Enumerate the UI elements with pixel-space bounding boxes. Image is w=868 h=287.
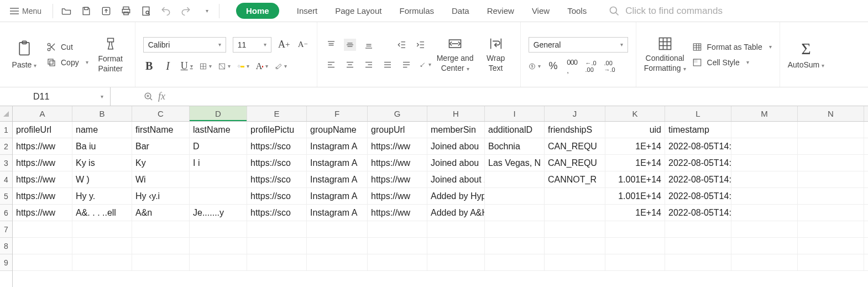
cell[interactable] [307, 221, 368, 237]
cell[interactable] [798, 188, 864, 204]
cell[interactable]: https://sco [247, 155, 307, 171]
row-header-7[interactable]: 7 [0, 221, 12, 238]
comma-style-icon[interactable]: 000, [566, 60, 578, 72]
cell[interactable] [798, 155, 864, 171]
cell[interactable] [190, 188, 247, 204]
decrease-font-icon[interactable]: A− [297, 39, 309, 51]
autosum-button[interactable]: Σ AutoSum [788, 39, 825, 70]
col-header-E[interactable]: E [247, 106, 307, 121]
cell[interactable] [190, 171, 247, 187]
col-header-M[interactable]: M [731, 106, 798, 121]
cell[interactable]: CAN_REQU [545, 155, 605, 171]
cell[interactable]: Hy y. [72, 188, 132, 204]
cell[interactable] [368, 221, 427, 237]
col-header-J[interactable]: J [545, 106, 605, 121]
cell[interactable] [427, 238, 485, 254]
align-middle-icon[interactable] [344, 39, 356, 51]
tab-insert[interactable]: Insert [297, 6, 318, 15]
cell[interactable] [731, 122, 798, 138]
cell[interactable] [13, 221, 72, 237]
cell[interactable] [307, 238, 368, 254]
percent-icon[interactable]: % [547, 60, 560, 72]
format-painter-button[interactable]: FormatPainter [94, 35, 127, 74]
cell[interactable]: https://ww [13, 171, 72, 187]
col-header-H[interactable]: H [427, 106, 485, 121]
conditional-formatting-button[interactable]: ConditionalFormatting [644, 36, 686, 73]
cell[interactable]: https://ww [13, 205, 72, 221]
tab-review[interactable]: Review [487, 6, 514, 15]
increase-font-icon[interactable]: A+ [278, 39, 290, 51]
cell[interactable] [485, 205, 545, 221]
cell[interactable]: 1E+14 [605, 138, 665, 154]
cell[interactable]: Wi [132, 171, 190, 187]
cell[interactable]: profilePictu [247, 122, 307, 138]
cell[interactable] [247, 238, 307, 254]
cell[interactable] [665, 254, 731, 270]
number-format-select[interactable]: General▾ [529, 37, 628, 53]
cell[interactable]: https://sco [247, 205, 307, 221]
cell[interactable]: https://ww [368, 138, 427, 154]
cell[interactable]: https://sco [247, 138, 307, 154]
decrease-indent-icon[interactable] [396, 39, 408, 51]
orientation-icon[interactable] [419, 59, 431, 71]
cell[interactable]: 2022-08-05T14:57:27.686Z [665, 188, 731, 204]
cell[interactable] [731, 205, 798, 221]
font-color-icon[interactable]: A [256, 60, 268, 72]
cell[interactable] [307, 254, 368, 270]
cell[interactable]: 2022-08-05T14:57:27.686Z [665, 138, 731, 154]
cell[interactable]: Instagram A [307, 171, 368, 187]
cell[interactable] [798, 138, 864, 154]
cell[interactable]: Instagram A [307, 138, 368, 154]
cell[interactable] [190, 221, 247, 237]
align-left-icon[interactable] [325, 59, 337, 71]
cell[interactable]: I i [190, 155, 247, 171]
col-header-L[interactable]: L [665, 106, 731, 121]
cell-style-quick-icon[interactable] [218, 60, 231, 72]
cell[interactable] [731, 221, 798, 237]
cell[interactable]: CAN_REQU [545, 138, 605, 154]
print-icon[interactable] [118, 3, 134, 19]
italic-icon[interactable]: I [162, 60, 174, 72]
cell[interactable] [545, 254, 605, 270]
cell[interactable] [132, 221, 190, 237]
cell[interactable]: firstName [132, 122, 190, 138]
cell[interactable]: Instagram A [307, 188, 368, 204]
cell[interactable]: Joined abou [427, 138, 485, 154]
save-icon[interactable] [79, 3, 94, 19]
cell[interactable] [798, 171, 864, 187]
cell[interactable] [368, 254, 427, 270]
cell[interactable]: Hy ‹y.i [132, 188, 190, 204]
cell[interactable]: https://ww [13, 188, 72, 204]
col-header-N[interactable]: N [798, 106, 864, 121]
cell[interactable] [798, 205, 864, 221]
cell[interactable]: 2022-08-05T14:57:27.686Z [665, 205, 731, 221]
cell[interactable]: D [190, 138, 247, 154]
cell[interactable]: friendshipS [545, 122, 605, 138]
cell[interactable] [13, 254, 72, 270]
copy-button[interactable]: Copy [46, 58, 88, 67]
fill-color-icon[interactable] [237, 60, 249, 72]
cell[interactable]: 1.001E+14 [605, 171, 665, 187]
cell[interactable] [247, 254, 307, 270]
cell[interactable] [605, 221, 665, 237]
align-right-icon[interactable] [363, 59, 375, 71]
currency-icon[interactable]: $ [529, 60, 541, 72]
cell[interactable] [731, 254, 798, 270]
cell[interactable] [485, 254, 545, 270]
cell[interactable]: lastName [190, 122, 247, 138]
cell[interactable]: uid [605, 122, 665, 138]
cell[interactable] [485, 221, 545, 237]
cell[interactable] [190, 254, 247, 270]
bold-icon[interactable]: B [143, 60, 155, 72]
distribute-icon[interactable] [400, 59, 412, 71]
row-header-6[interactable]: 6 [0, 205, 12, 221]
row-header-1[interactable]: 1 [0, 122, 12, 138]
cell[interactable]: profileUrl [13, 122, 72, 138]
cell[interactable]: https://ww [368, 188, 427, 204]
cell[interactable]: memberSin [427, 122, 485, 138]
cell[interactable]: 1E+14 [605, 155, 665, 171]
cell[interactable]: A&. . . ..ell [72, 205, 132, 221]
row-header-4[interactable]: 4 [0, 171, 12, 188]
undo-icon[interactable] [158, 3, 174, 19]
merge-center-button[interactable]: Merge andCenter [437, 36, 474, 73]
